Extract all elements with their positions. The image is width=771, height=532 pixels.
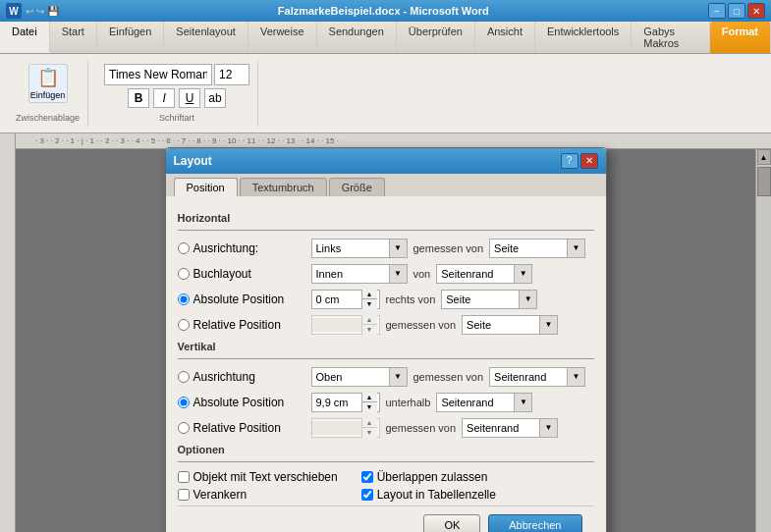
ok-button[interactable]: OK: [423, 514, 480, 533]
v-ausrichtung-dropdown[interactable]: ▼: [390, 367, 408, 387]
dialog-title-bar: Layout ? ✕: [166, 148, 606, 174]
font-size-input[interactable]: [214, 64, 249, 85]
v-abs-pos-input[interactable]: [178, 397, 190, 408]
v-ausrichtung-radio[interactable]: Ausrichtung: [178, 370, 305, 384]
h-buchlayout-radio[interactable]: Buchlayout: [178, 267, 305, 281]
v-ausrichtung-ref-dropdown[interactable]: ▼: [568, 367, 585, 387]
close-button[interactable]: ✕: [747, 3, 765, 19]
v-abs-pos-ref-value: Seitenrand: [436, 393, 515, 412]
h-buchlayout-label: Buchlayout: [193, 267, 251, 281]
v-abs-pos-ref-dropdown[interactable]: ▼: [515, 393, 532, 412]
horizontal-divider: [178, 230, 594, 231]
font-selector-row: [104, 64, 249, 85]
tab-start[interactable]: Start: [50, 22, 97, 53]
h-abs-pos-spin[interactable]: ▲ ▼: [311, 290, 380, 309]
tab-seitenlayout[interactable]: Seitenlayout: [164, 22, 248, 53]
underline-button[interactable]: U: [179, 88, 200, 108]
tab-entwicklertools[interactable]: Entwicklertools: [535, 22, 632, 53]
h-buchlayout-input[interactable]: [178, 268, 190, 280]
obj-text-input[interactable]: [178, 471, 190, 483]
v-rel-pos-spin: ▲ ▼: [311, 418, 380, 438]
h-ausrichtung-select[interactable]: Links ▼: [311, 239, 408, 258]
v-abs-pos-ref-select[interactable]: Seitenrand ▼: [436, 393, 532, 412]
word-icon: W: [6, 3, 22, 19]
v-abs-pos-value[interactable]: [312, 396, 361, 409]
tab-gabys-makros[interactable]: Gabys Makros: [632, 22, 709, 53]
obj-text-label: Objekt mit Text verschieben: [193, 470, 338, 484]
h-abs-pos-down[interactable]: ▼: [362, 299, 377, 309]
v-ausrichtung-select[interactable]: Oben ▼: [311, 367, 408, 387]
v-abs-pos-radio[interactable]: Absolute Position: [178, 396, 305, 409]
bold-button[interactable]: B: [128, 88, 149, 108]
tab-ansicht[interactable]: Ansicht: [475, 22, 535, 53]
v-rel-pos-label: Relative Position: [193, 421, 281, 435]
italic-button[interactable]: I: [153, 88, 175, 108]
v-rel-pos-measured: gemessen von: [386, 422, 457, 434]
h-ausrichtung-ref-select[interactable]: Seite ▼: [489, 239, 585, 258]
cancel-button[interactable]: Abbrechen: [488, 514, 581, 533]
h-buchlayout-select[interactable]: Innen ▼: [311, 264, 408, 284]
v-ausrichtung-ref-select[interactable]: Seitenrand ▼: [489, 367, 585, 387]
v-ausrichtung-input[interactable]: [178, 371, 190, 383]
h-abs-pos-radio[interactable]: Absolute Position: [178, 293, 305, 306]
main-area: · 3 · · 2 · · 1 · | · 1 · · 2 · · 3 · · …: [0, 133, 771, 532]
h-buchlayout-ref-dropdown[interactable]: ▼: [515, 264, 532, 284]
horizontal-section-header: Horizontal: [178, 212, 594, 224]
tab-sendungen[interactable]: Sendungen: [317, 22, 397, 53]
h-rel-pos-value: [312, 318, 361, 332]
options-right: Überlappen zulassen Layout in Tabellenze…: [361, 470, 496, 505]
v-rel-pos-ref-select[interactable]: Seitenrand ▼: [462, 418, 558, 438]
obj-text-checkbox[interactable]: Objekt mit Text verschieben: [178, 470, 338, 484]
tab-einfuegen[interactable]: Einfügen: [97, 22, 164, 53]
maximize-button[interactable]: □: [728, 3, 745, 19]
overlap-checkbox[interactable]: Überlappen zulassen: [361, 470, 488, 484]
v-rel-pos-input[interactable]: [178, 422, 190, 434]
font-name-input[interactable]: [104, 64, 212, 85]
tab-ueberpruefen[interactable]: Überprüfen: [397, 22, 475, 53]
layout-table-row: Layout in Tabellenzelle: [361, 488, 496, 502]
tab-verweise[interactable]: Verweise: [248, 22, 317, 53]
h-buchlayout-ref-select[interactable]: Seitenrand ▼: [436, 264, 532, 284]
h-buchlayout-dropdown[interactable]: ▼: [390, 264, 408, 284]
h-rel-pos-radio[interactable]: Relative Position: [178, 318, 305, 332]
h-buchlayout-ref-value: Seitenrand: [436, 264, 515, 284]
h-abs-pos-up[interactable]: ▲: [362, 290, 377, 300]
minimize-button[interactable]: −: [708, 3, 726, 19]
h-abs-pos-value[interactable]: [312, 293, 361, 306]
h-ausrichtung-ref-dropdown[interactable]: ▼: [568, 239, 585, 258]
h-abs-pos-ref-select[interactable]: Seite ▼: [441, 290, 537, 309]
dialog-tab-textumbruch[interactable]: Textumbruch: [240, 178, 327, 196]
h-abs-pos-input[interactable]: [178, 293, 190, 305]
dialog-help-button[interactable]: ?: [561, 153, 578, 169]
dialog-tab-position[interactable]: Position: [174, 178, 238, 196]
v-rel-pos-ref-dropdown[interactable]: ▼: [540, 418, 558, 438]
v-abs-pos-spin[interactable]: ▲ ▼: [311, 393, 380, 412]
layout-table-input[interactable]: [361, 489, 373, 501]
v-rel-pos-radio[interactable]: Relative Position: [178, 421, 305, 435]
tab-datei[interactable]: Datei: [0, 22, 50, 53]
anchor-row: Verankern: [178, 488, 338, 502]
tab-format[interactable]: Format: [710, 22, 771, 53]
h-rel-pos-ref-dropdown[interactable]: ▼: [540, 315, 558, 335]
v-abs-pos-up[interactable]: ▲: [362, 393, 377, 403]
strikethrough-button[interactable]: ab: [204, 88, 226, 108]
v-abs-pos-down[interactable]: ▼: [362, 402, 377, 412]
paste-button[interactable]: 📋 Einfügen: [28, 64, 68, 103]
anchor-input[interactable]: [178, 489, 190, 501]
anchor-checkbox[interactable]: Verankern: [178, 488, 248, 502]
h-rel-pos-ref-select[interactable]: Seite ▼: [462, 315, 558, 335]
h-abs-pos-row: Absolute Position ▲ ▼ rechts von Seite ▼: [178, 290, 594, 309]
clipboard-group: 📋 Einfügen Zwischenablage: [8, 60, 88, 127]
h-rel-pos-spin: ▲ ▼: [311, 315, 380, 335]
v-abs-pos-label: Absolute Position: [193, 396, 285, 409]
h-ausrichtung-dropdown[interactable]: ▼: [390, 239, 408, 258]
overlap-input[interactable]: [361, 471, 373, 483]
dialog-close-button[interactable]: ✕: [580, 153, 598, 169]
h-ausrichtung-input[interactable]: [178, 242, 190, 254]
h-abs-pos-ref-dropdown[interactable]: ▼: [520, 290, 537, 309]
h-ausrichtung-radio[interactable]: Ausrichtung:: [178, 241, 305, 255]
h-abs-pos-of: rechts von: [386, 293, 436, 305]
dialog-tab-groesse[interactable]: Größe: [329, 178, 385, 196]
layout-table-checkbox[interactable]: Layout in Tabellenzelle: [361, 488, 496, 502]
h-rel-pos-input[interactable]: [178, 319, 190, 331]
